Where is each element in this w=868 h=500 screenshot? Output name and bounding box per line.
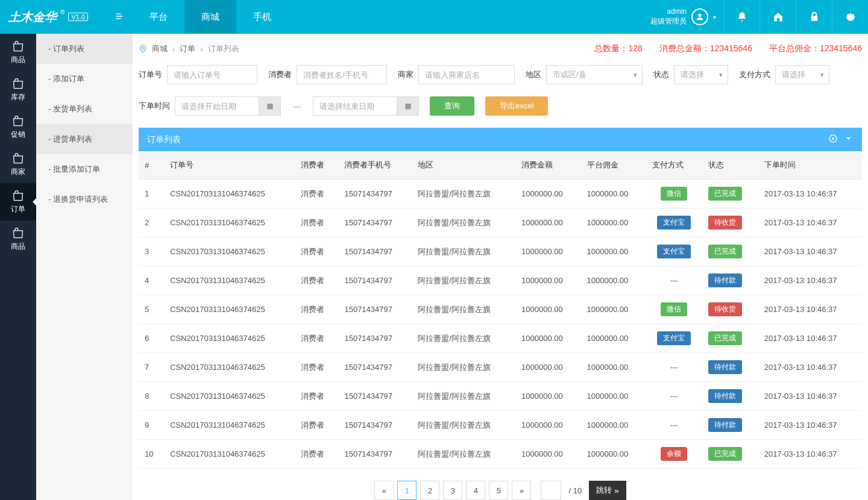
- page-number[interactable]: 5: [489, 481, 508, 500]
- pay-tag: 余额: [661, 447, 687, 461]
- calendar-icon-end[interactable]: [397, 96, 419, 116]
- submenu-purchase-list[interactable]: - 进货单列表: [36, 124, 133, 154]
- pay-tag: 微信: [661, 302, 687, 316]
- table-row[interactable]: 5CSN201703131046374625消费者15071434797阿拉善盟…: [139, 295, 862, 324]
- status-tag: 待收货: [708, 216, 742, 230]
- sidebar-item-merchant[interactable]: 商家: [0, 146, 36, 183]
- status-tag: 已完成: [708, 331, 742, 345]
- status-tag: 待付款: [708, 418, 742, 432]
- table-header: 订单号: [164, 151, 295, 180]
- user-menu[interactable]: admin 超级管理员 ▾: [643, 7, 723, 26]
- sidebar-item-promo[interactable]: 促销: [0, 108, 36, 146]
- sidebar-item-goods2[interactable]: 商品: [0, 220, 36, 258]
- page-number[interactable]: 3: [443, 481, 462, 500]
- input-merchant[interactable]: [418, 65, 515, 84]
- bell-icon[interactable]: [723, 0, 760, 34]
- export-button[interactable]: 导出excel: [485, 96, 548, 116]
- crumb-order[interactable]: 订单: [180, 43, 195, 54]
- submenu-return-list[interactable]: - 退换货申请列表: [36, 184, 133, 214]
- label-consumer: 消费者: [268, 69, 292, 80]
- table-header: 状态: [702, 151, 758, 180]
- location-icon: [139, 45, 147, 53]
- topbar: 土木金华 ® V1.0 平台 商城 手机 admin 超级管理员 ▾: [0, 0, 868, 34]
- select-payment[interactable]: 请选择: [775, 65, 829, 84]
- calendar-icon-start[interactable]: [259, 96, 281, 116]
- pay-tag: 微信: [661, 187, 687, 201]
- sidebar-sub: - 订单列表 - 添加订单 - 发货单列表 - 进货单列表 - 批量添加订单 -…: [36, 34, 133, 500]
- topnav-mobile[interactable]: 手机: [236, 0, 288, 34]
- table-header: 消费金额: [515, 151, 580, 180]
- power-icon[interactable]: [832, 0, 868, 34]
- table-header: 消费者: [295, 151, 338, 180]
- select-status[interactable]: 请选择: [674, 65, 728, 84]
- pay-tag: 支付宝: [657, 331, 691, 345]
- table-row[interactable]: 6CSN201703131046374625消费者15071434797阿拉善盟…: [139, 324, 862, 353]
- table-row[interactable]: 10CSN201703131046374625消费者15071434797阿拉善…: [139, 440, 862, 469]
- logo-reg: ®: [60, 9, 64, 16]
- topnav-mall[interactable]: 商城: [184, 0, 236, 34]
- chevron-down-icon: ▾: [713, 14, 716, 20]
- logo-version: V1.0: [68, 13, 88, 21]
- panel-header: 订单列表: [139, 128, 862, 151]
- input-consumer[interactable]: [297, 65, 387, 84]
- chevron-down-icon[interactable]: [844, 134, 854, 145]
- table-row[interactable]: 2CSN201703131046374625消费者15071434797阿拉善盟…: [139, 208, 862, 237]
- search-button[interactable]: 查询: [430, 96, 474, 116]
- label-order-no: 订单号: [139, 69, 162, 80]
- table-header: 支付方式: [646, 151, 702, 180]
- sidebar-main: 商品 库存 促销 商家 订单 商品: [0, 34, 36, 500]
- page-input[interactable]: [541, 481, 561, 500]
- lock-icon[interactable]: [796, 0, 832, 34]
- page-total: / 10: [568, 486, 582, 495]
- page-number[interactable]: 4: [466, 481, 485, 500]
- home-icon[interactable]: [760, 0, 796, 34]
- input-start-date[interactable]: [175, 96, 259, 116]
- panel-title: 订单列表: [147, 134, 181, 145]
- stats: 总数量：128 消费总金额：123415646 平台总佣金：123415646: [594, 43, 862, 54]
- input-order-no[interactable]: [167, 65, 257, 84]
- table-row[interactable]: 9CSN201703131046374625消费者15071434797阿拉善盟…: [139, 411, 862, 440]
- select-region[interactable]: 市或区/县: [546, 65, 643, 84]
- page-last[interactable]: »: [512, 481, 531, 500]
- date-dash: —: [293, 102, 301, 111]
- topnav-platform[interactable]: 平台: [133, 0, 184, 34]
- status-tag: 待收货: [708, 302, 742, 316]
- avatar: [691, 8, 708, 25]
- status-tag: 待付款: [708, 360, 742, 374]
- page-number[interactable]: 1: [397, 481, 417, 500]
- sidebar-item-stock[interactable]: 库存: [0, 71, 36, 108]
- table-header: 消费者手机号: [338, 151, 412, 180]
- input-end-date[interactable]: [313, 96, 397, 116]
- label-payment: 支付方式: [739, 69, 770, 80]
- sidebar-item-order[interactable]: 订单: [0, 183, 36, 220]
- page-number[interactable]: 2: [420, 481, 439, 500]
- table-row[interactable]: 8CSN201703131046374625消费者15071434797阿拉善盟…: [139, 382, 862, 411]
- breadcrumb: 商城 › 订单 › 订单列表: [139, 43, 239, 54]
- menu-toggle-icon[interactable]: [106, 11, 133, 23]
- table-row[interactable]: 1CSN201703131046374625消费者15071434797阿拉善盟…: [139, 180, 862, 208]
- table-row[interactable]: 7CSN201703131046374625消费者15071434797阿拉善盟…: [139, 353, 862, 382]
- close-icon[interactable]: [828, 134, 838, 145]
- pay-tag: 支付宝: [657, 245, 691, 258]
- page-first[interactable]: «: [374, 481, 394, 500]
- table-header: 平台佣金: [581, 151, 646, 180]
- pay-tag: 支付宝: [657, 216, 691, 230]
- table-row[interactable]: 4CSN201703131046374625消费者15071434797阿拉善盟…: [139, 266, 862, 295]
- submenu-add-order[interactable]: - 添加订单: [36, 64, 133, 94]
- table-header: #: [139, 151, 164, 180]
- status-tag: 已完成: [708, 187, 742, 201]
- user-role: 超级管理员: [650, 17, 687, 27]
- table-row[interactable]: 3CSN201703131046374625消费者15071434797阿拉善盟…: [139, 237, 862, 266]
- crumb-mall[interactable]: 商城: [152, 43, 168, 54]
- stat-total: 消费总金额：123415646: [659, 43, 752, 54]
- page-jump-button[interactable]: 跳转 »: [589, 481, 626, 500]
- submenu-order-list[interactable]: - 订单列表: [36, 34, 133, 64]
- stat-commission: 平台总佣金：123415646: [769, 43, 862, 54]
- submenu-batch-add[interactable]: - 批量添加订单: [36, 154, 133, 184]
- order-table: #订单号消费者消费者手机号地区消费金额平台佣金支付方式状态下单时间 1CSN20…: [139, 151, 862, 469]
- logo: 土木金华 ® V1.0: [0, 9, 106, 25]
- submenu-shipping-list[interactable]: - 发货单列表: [36, 94, 133, 124]
- svg-point-0: [698, 14, 701, 17]
- sidebar-item-goods[interactable]: 商品: [0, 34, 36, 71]
- status-tag: 待付款: [708, 389, 742, 403]
